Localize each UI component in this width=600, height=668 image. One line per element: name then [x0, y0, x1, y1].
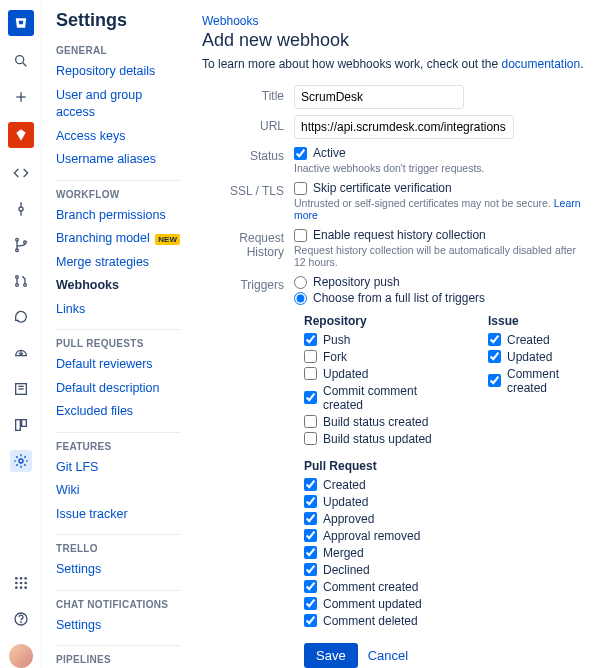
trigger-checkbox[interactable] [304, 391, 317, 404]
sidebar-item[interactable]: Merge strategies [56, 251, 180, 275]
downloads-icon[interactable] [10, 342, 32, 364]
sidebar-item[interactable]: Default description [56, 377, 180, 401]
sidebar-item[interactable]: Repository details [56, 60, 180, 84]
sidebar-group-head: PIPELINES [56, 654, 180, 665]
trigger-checkbox[interactable] [304, 415, 317, 428]
documentation-link[interactable]: documentation [502, 57, 581, 71]
url-input[interactable] [294, 115, 514, 139]
title-input[interactable] [294, 85, 464, 109]
svg-point-12 [23, 284, 26, 287]
svg-point-11 [15, 284, 18, 287]
sidebar-item[interactable]: Links [56, 298, 180, 322]
branches-icon[interactable] [10, 234, 32, 256]
trigger-push-radio[interactable] [294, 276, 307, 289]
trigger-checkbox[interactable] [304, 580, 317, 593]
create-icon[interactable] [10, 86, 32, 108]
active-checkbox[interactable] [294, 147, 307, 160]
trigger-options: Repository PushForkUpdatedCommit comment… [304, 314, 586, 629]
subhead: To learn more about how webhooks work, c… [202, 57, 586, 71]
ssl-label: SSL / TLS [202, 180, 294, 198]
trigger-checkbox[interactable] [304, 432, 317, 445]
trigger-checkbox[interactable] [304, 614, 317, 627]
svg-point-9 [23, 241, 26, 244]
svg-point-23 [15, 582, 18, 585]
svg-point-30 [20, 622, 21, 623]
trigger-checkbox[interactable] [304, 478, 317, 491]
trigger-checkbox[interactable] [488, 333, 501, 346]
skip-cert-checkbox[interactable] [294, 182, 307, 195]
trigger-checkbox[interactable] [304, 546, 317, 559]
history-label: Request History [202, 227, 294, 259]
svg-point-20 [15, 577, 18, 580]
form-title: Add new webhook [202, 30, 586, 51]
trigger-checkbox[interactable] [304, 333, 317, 346]
project-gem-icon[interactable] [8, 122, 34, 148]
trigger-checkbox[interactable] [488, 350, 501, 363]
sidebar-item[interactable]: Settings [56, 614, 180, 638]
trigger-checkbox[interactable] [304, 597, 317, 610]
history-checkbox[interactable] [294, 229, 307, 242]
sidebar-group-head: TRELLO [56, 543, 180, 554]
sidebar-item[interactable]: Username aliases [56, 148, 180, 172]
sidebar-item[interactable]: Git LFS [56, 456, 180, 480]
left-rail [0, 0, 42, 668]
trigger-checkbox[interactable] [488, 374, 501, 387]
pullrequests-icon[interactable] [10, 270, 32, 292]
avatar[interactable] [9, 644, 33, 668]
trigger-checkbox[interactable] [304, 563, 317, 576]
triggers-label: Triggers [202, 274, 294, 292]
svg-point-19 [19, 459, 23, 463]
sidebar-item[interactable]: Branch permissions [56, 204, 180, 228]
sidebar-item[interactable]: Wiki [56, 479, 180, 503]
trigger-checkbox[interactable] [304, 529, 317, 542]
svg-point-0 [15, 56, 23, 64]
sidebar-group-head: WORKFLOW [56, 189, 180, 200]
title-label: Title [202, 85, 294, 103]
sidebar-item[interactable]: Settings [56, 558, 180, 582]
save-button[interactable]: Save [304, 643, 358, 668]
sidebar-item[interactable]: Branching model NEW [56, 227, 180, 251]
sidebar-group-head: PULL REQUESTS [56, 338, 180, 349]
page-title: Settings [56, 10, 180, 31]
sidebar-item[interactable]: Excluded files [56, 400, 180, 424]
svg-point-4 [19, 207, 23, 211]
sidebar-item[interactable]: User and group access [56, 84, 180, 125]
source-icon[interactable] [10, 162, 32, 184]
trigger-checkbox[interactable] [304, 495, 317, 508]
wiki-icon[interactable] [10, 378, 32, 400]
apps-icon[interactable] [10, 572, 32, 594]
svg-point-24 [19, 582, 22, 585]
settings-icon[interactable] [10, 450, 32, 472]
svg-point-25 [24, 582, 27, 585]
pipelines-icon[interactable] [10, 306, 32, 328]
commits-icon[interactable] [10, 198, 32, 220]
sidebar-group-head: CHAT NOTIFICATIONS [56, 599, 180, 610]
svg-rect-17 [15, 420, 20, 431]
sidebar-item[interactable]: Default reviewers [56, 353, 180, 377]
svg-rect-18 [21, 420, 26, 427]
sidebar-item[interactable]: Access keys [56, 125, 180, 149]
trigger-full-radio[interactable] [294, 292, 307, 305]
help-icon[interactable] [10, 608, 32, 630]
breadcrumb[interactable]: Webhooks [202, 14, 586, 28]
url-label: URL [202, 115, 294, 133]
sidebar-item[interactable]: Issue tracker [56, 503, 180, 527]
svg-point-10 [15, 276, 18, 279]
svg-point-28 [24, 586, 27, 589]
svg-point-27 [19, 586, 22, 589]
svg-point-26 [15, 586, 18, 589]
trigger-checkbox[interactable] [304, 512, 317, 525]
search-icon[interactable] [10, 50, 32, 72]
svg-line-1 [23, 63, 26, 66]
cancel-button[interactable]: Cancel [368, 648, 408, 663]
trigger-checkbox[interactable] [304, 350, 317, 363]
sidebar-group-head: GENERAL [56, 45, 180, 56]
sidebar-group-head: FEATURES [56, 441, 180, 452]
sidebar-item[interactable]: Webhooks [56, 274, 180, 298]
trigger-checkbox[interactable] [304, 367, 317, 380]
bitbucket-logo[interactable] [8, 10, 34, 36]
new-badge: NEW [155, 234, 180, 245]
status-label: Status [202, 145, 294, 163]
boards-icon[interactable] [10, 414, 32, 436]
svg-point-21 [19, 577, 22, 580]
